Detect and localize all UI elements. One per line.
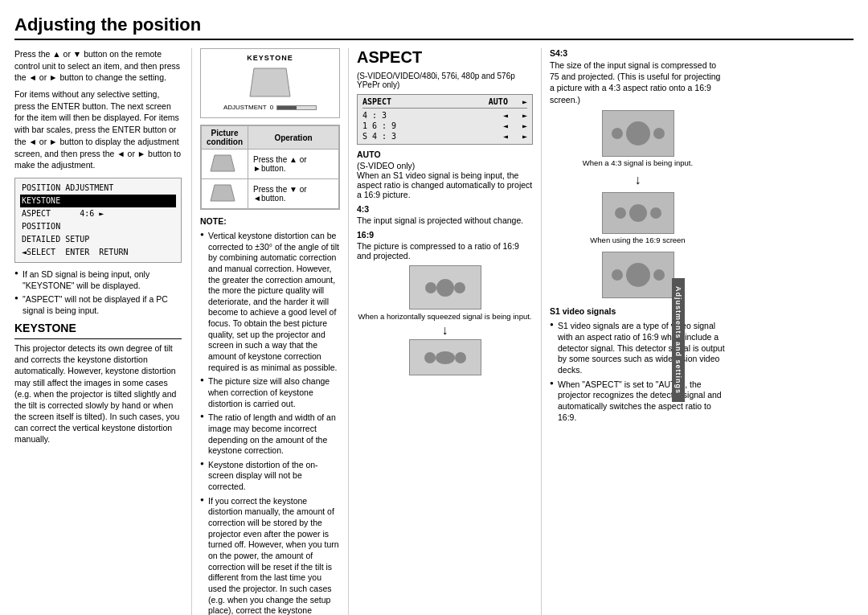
- signal-circles-bottom: [424, 351, 466, 364]
- signal-caption-top: When a horizontally squeezed signal is b…: [357, 312, 533, 322]
- am-label-2: 1 6 : 9: [362, 121, 396, 130]
- kd-bar: ADJUSTMENT 0: [206, 104, 334, 111]
- screen-rect-16-9-b: [602, 252, 674, 298]
- mid-left-column: KEYSTONE ADJUSTMENT 0 Picture: [191, 48, 348, 615]
- intro-text-1: Press the ▲ or ▼ button on the remote co…: [14, 48, 182, 84]
- page: Adjusting the position Press the ▲ or ▼ …: [0, 0, 868, 615]
- sc-16-9-b-l: [612, 269, 623, 281]
- note-1: Vertical keystone distortion can be corr…: [200, 231, 340, 373]
- caption-16-9: When using the 16:9 screen: [550, 236, 726, 245]
- ratio-16-9-heading: 16:9: [357, 230, 533, 240]
- adjustment-label: ADJUSTMENT: [223, 104, 267, 111]
- table-row-1: Press the ▲ or ►button.: [202, 150, 339, 179]
- page-title: Adjusting the position: [14, 14, 854, 40]
- arrow-down-signal: ↓: [357, 323, 533, 338]
- note-5: If you correct the keystone distortion m…: [200, 496, 340, 615]
- am-header-right: AUTO ►: [489, 97, 527, 106]
- table-cell-shape-2: [202, 179, 248, 209]
- am-arrow-1: ◄ ►: [503, 111, 527, 120]
- s4-3-heading: S4:3: [550, 48, 726, 58]
- s1-video-section: S1 video signals S1 video signals are a …: [550, 306, 726, 423]
- signal-rect-top: [409, 265, 481, 310]
- sc-16-9-b-c: [626, 263, 650, 287]
- trapezoid-up-icon: [207, 152, 239, 174]
- right-column: S4:3 The size of the input signal is com…: [541, 48, 726, 615]
- s4-3-body: The size of the input signal is compress…: [550, 59, 726, 105]
- ratio-16-9-body: The picture is compressed to a ratio of …: [357, 241, 533, 260]
- sc-4-3-c: [626, 121, 650, 146]
- zero-label: 0: [270, 104, 273, 111]
- ratio-4-3-heading: 4:3: [357, 204, 533, 214]
- s1-bullet-1: S1 video signals are a type of video sig…: [550, 321, 726, 375]
- sc-16-9-r: [650, 207, 661, 219]
- auto-subtitle: (S-VIDEO only): [357, 161, 533, 170]
- note-3: The ratio of length and width of an imag…: [200, 412, 340, 457]
- table-row-2: Press the ▼ or ◄button.: [202, 179, 339, 209]
- intro-text-2: For items without any selective setting,…: [14, 88, 182, 171]
- kd-slider: [276, 105, 317, 110]
- keystone-heading: KEYSTONE: [14, 321, 182, 339]
- menu-box: POSITION ADJUSTMENT KEYSTONE ASPECT 4:6 …: [14, 178, 182, 263]
- note-4: Keystone distortion of the on-screen dis…: [200, 460, 340, 493]
- menu-item-4: POSITION: [20, 220, 176, 233]
- aspect-subtitle: (S-VIDEO/VIDEO/480i, 576i, 480p and 576p…: [357, 72, 533, 89]
- svg-marker-0: [250, 68, 290, 96]
- screen-circles-4-3: [612, 121, 665, 146]
- keystone-diagram: KEYSTONE ADJUSTMENT 0: [200, 48, 340, 118]
- svg-marker-2: [211, 185, 235, 201]
- signal-diagram-top: When a horizontally squeezed signal is b…: [357, 265, 533, 375]
- img-16-9-b: [550, 252, 726, 300]
- screen-circles-16-9-b: [612, 263, 665, 287]
- am-row-1: 4 : 3 ◄ ►: [362, 110, 527, 121]
- screen-rect-4-3: [602, 110, 674, 157]
- auto-heading: AUTO: [357, 150, 533, 159]
- screen-rect-16-9: [602, 192, 674, 234]
- table-cell-op-2: Press the ▼ or ◄button.: [248, 179, 339, 209]
- menu-item-6: ◄SELECT ENTER RETURN: [20, 246, 176, 259]
- kd-title: KEYSTONE: [206, 54, 334, 62]
- img-16-9: When using the 16:9 screen: [550, 192, 726, 245]
- bullet-2: "ASPECT" will not be displayed if a PC s…: [14, 294, 182, 316]
- s1-video-heading: S1 video signals: [550, 306, 726, 316]
- table-header-operation: Operation: [248, 126, 339, 150]
- s1-bullet-2: When "ASPECT" is set to "AUTO", the proj…: [550, 379, 726, 424]
- menu-item-1: POSITION ADJUSTMENT: [20, 182, 176, 195]
- circle-bc: [436, 351, 455, 364]
- side-tab: Adjustments and settings: [672, 278, 685, 402]
- ratio-16-9-section: 16:9 The picture is compressed to a rati…: [357, 230, 533, 260]
- trapezoid-down-icon: [207, 182, 239, 204]
- caption-4-3: When a 4:3 signal is being input.: [550, 158, 726, 168]
- aspect-heading: ASPECT: [357, 48, 533, 67]
- screen-circles-16-9: [615, 204, 661, 222]
- left-bullets: If an SD signal is being input, only "KE…: [14, 269, 182, 317]
- arrow-down-4-3: ↓: [550, 173, 726, 187]
- circle-bl: [424, 352, 436, 363]
- table-cell-shape-1: [202, 150, 248, 179]
- svg-marker-1: [211, 155, 235, 171]
- sc-16-9-c: [629, 204, 647, 222]
- am-arrow-3: ◄ ►: [503, 132, 527, 141]
- bullet-1: If an SD signal is being input, only "KE…: [14, 269, 182, 291]
- circle-tc: [436, 279, 454, 297]
- main-content: Press the ▲ or ▼ button on the remote co…: [14, 48, 854, 615]
- auto-body: When an S1 video signal is being input, …: [357, 170, 533, 199]
- am-arrow-2: ◄ ►: [503, 121, 527, 130]
- signal-rect-bottom: [409, 339, 481, 375]
- circle-tl: [425, 282, 436, 293]
- kd-slider-fill: [277, 106, 297, 109]
- keystone-svg: [242, 64, 298, 100]
- am-header-left: ASPECT: [362, 97, 391, 106]
- menu-item-2-highlight: KEYSTONE: [20, 195, 176, 207]
- operation-table-inner: Picturecondition Operation Press the ▲ o…: [201, 125, 339, 209]
- operation-table: Picturecondition Operation Press the ▲ o…: [200, 125, 340, 210]
- keystone-body: This projector detects its own degree of…: [14, 342, 182, 445]
- am-header: ASPECT AUTO ►: [362, 97, 527, 109]
- s1-video-bullets: S1 video signals are a type of video sig…: [550, 321, 726, 423]
- menu-item-5: DETAILED SETUP: [20, 233, 176, 246]
- note-section: NOTE: Vertical keystone distortion can b…: [200, 216, 340, 615]
- sc-16-9-b-r: [653, 269, 665, 281]
- ratio-4-3-section: 4:3 The input signal is projected withou…: [357, 204, 533, 225]
- note-2: The picture size will also change when c…: [200, 376, 340, 409]
- sc-16-9-l: [615, 207, 626, 219]
- sc-4-3-l: [612, 128, 623, 139]
